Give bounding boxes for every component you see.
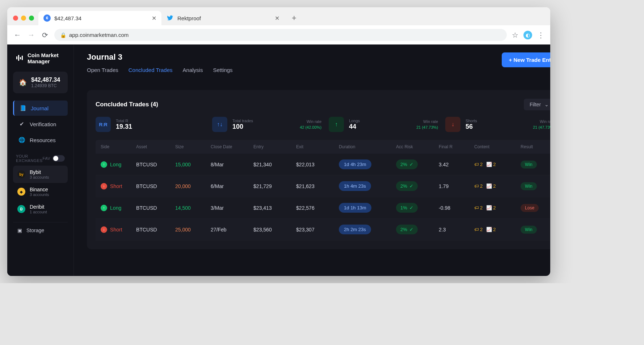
arrow-up-icon: ↑ (101, 161, 107, 168)
final-r-cell: 2.3 (439, 227, 471, 233)
journal-icon: 📘 (19, 105, 26, 111)
entry-cell: $23,413 (253, 205, 293, 211)
check-icon: ✓ (409, 205, 413, 210)
arrow-down-icon: ↓ (445, 117, 460, 132)
address-bar-row: ← → ⟳ 🔒 app.coinmarketman.com ☆ ◐ ⋮ (7, 25, 550, 44)
check-circle-icon: ✔ (18, 121, 25, 127)
side-cell: ↓ Short (101, 183, 133, 189)
brand-logo-icon (15, 54, 24, 64)
close-tab-icon[interactable]: ✕ (275, 15, 279, 22)
size-cell: 25,000 (175, 227, 208, 233)
sidebar-item-storage[interactable]: ▣ Storage (13, 222, 68, 233)
chart-icon: 📈 (486, 205, 492, 210)
forward-button[interactable]: → (27, 31, 35, 39)
stat-shorts: ↓ Shorts 56 Win rate 21 (47.73%) (445, 117, 550, 132)
stat-total-r: R:R Total R 19.31 (96, 117, 205, 132)
arrow-up-icon: ↑ (101, 205, 107, 211)
close-date-cell: 8/Mar (211, 162, 251, 167)
side-cell: ↑ Long (101, 161, 133, 168)
exchange-item-deribit[interactable]: Ð Deribit 1 account (13, 200, 68, 218)
tab-analysis[interactable]: Analysis (183, 67, 203, 75)
table-row[interactable]: ↑ Long BTCUSD 15,000 8/Mar $21,340 $22,0… (96, 154, 550, 175)
close-date-cell: 3/Mar (211, 205, 251, 211)
table-row[interactable]: ↓ Short BTCUSD 20,000 6/Mar $21,729 $21,… (96, 175, 550, 197)
favicon-twitter (167, 14, 174, 22)
col-content: Content (474, 144, 518, 149)
risk-cell: 1% ✓ (396, 203, 436, 213)
chart-icon: 📈 (486, 227, 492, 232)
browser-menu-icon[interactable]: ⋮ (537, 31, 544, 39)
arrow-down-icon: ↓ (101, 183, 107, 189)
balance-card[interactable]: 🏠 $42,487.34 1.24939 BTC (13, 72, 68, 93)
exit-cell: $21,623 (296, 183, 336, 189)
tag-icon: 🏷 (474, 162, 479, 167)
app-root: Coin Market Manager 🏠 $42,487.34 1.24939… (7, 44, 550, 276)
lock-icon: 🔒 (60, 32, 66, 38)
extension-icon[interactable]: ◐ (523, 31, 532, 39)
entry-cell: $21,729 (253, 183, 293, 189)
tab-settings[interactable]: Settings (213, 67, 232, 75)
concluded-trades-panel: Concluded Trades (4) Filter ⌄ R:R Total … (87, 90, 550, 249)
panel-header: Concluded Trades (4) Filter ⌄ (96, 99, 550, 110)
stat-longs: ↑ Longs 44 Win rate 21 (47.73%) (329, 117, 438, 132)
maximize-window-button[interactable] (29, 16, 34, 21)
col-acc-risk: Acc Risk (396, 144, 436, 149)
sidebar-item-journal[interactable]: 📘 Journal (13, 101, 68, 116)
tab-open-trades[interactable]: Open Trades (87, 67, 118, 75)
table-row[interactable]: ↓ Short BTCUSD 25,000 27/Feb $23,560 $23… (96, 219, 550, 240)
trades-table: Side Asset Size Close Date Entry Exit Du… (96, 140, 550, 240)
chart-icon: 📈 (486, 183, 492, 189)
fav-toggle[interactable]: FAV (43, 155, 65, 162)
size-cell: 20,000 (175, 183, 208, 189)
brand-text: Coin Market Manager (28, 52, 59, 64)
browser-tab-inactive[interactable]: Rektproof ✕ (161, 11, 285, 25)
table-row[interactable]: ↑ Long BTCUSD 14,500 3/Mar $23,413 $22,5… (96, 197, 550, 219)
content-cell: 🏷 2 📈 2 (474, 227, 518, 232)
browser-window: ¢ $42,487.34 ✕ Rektproof ✕ + ← → ⟳ 🔒 app… (7, 7, 550, 276)
svg-rect-1 (18, 55, 19, 61)
asset-cell: BTCUSD (136, 227, 172, 233)
tag-icon: 🏷 (474, 205, 479, 210)
entry-cell: $21,340 (253, 162, 293, 167)
minimize-window-button[interactable] (21, 16, 26, 21)
side-cell: ↑ Long (101, 205, 133, 211)
check-icon: ✓ (409, 183, 413, 189)
globe-icon: 🌐 (18, 137, 25, 143)
page-header: Journal 3 Open Trades Concluded Trades A… (87, 52, 550, 86)
panel-title: Concluded Trades (4) (96, 101, 158, 108)
col-duration: Duration (339, 144, 393, 149)
exit-cell: $22,576 (296, 205, 336, 211)
address-bar[interactable]: 🔒 app.coinmarketman.com (54, 29, 507, 41)
sidebar-item-verification[interactable]: ✔ Verification (13, 116, 68, 132)
risk-cell: 2% ✓ (396, 159, 436, 169)
new-tab-button[interactable]: + (285, 13, 304, 23)
exit-cell: $23,307 (296, 227, 336, 233)
toggle-switch[interactable] (52, 155, 65, 162)
sidebar-item-resources[interactable]: 🌐 Resources (13, 132, 68, 148)
content-cell: 🏷 2 📈 2 (474, 205, 518, 210)
reload-button[interactable]: ⟳ (41, 31, 49, 39)
exchange-item-binance[interactable]: ◆ Binance 3 accounts (13, 183, 68, 200)
tab-concluded-trades[interactable]: Concluded Trades (129, 67, 173, 75)
exchanges-section-label: YOUR EXCHANGES FAV (13, 148, 68, 166)
asset-cell: BTCUSD (136, 162, 172, 167)
final-r-cell: 3.42 (439, 162, 471, 167)
result-cell: Win (521, 161, 550, 169)
stat-total-trades: ↑↓ Total trades 100 Win rate 42 (42.00%) (212, 117, 321, 132)
asset-cell: BTCUSD (136, 205, 172, 211)
close-tab-icon[interactable]: ✕ (152, 15, 156, 22)
sidebar-item-label: Journal (31, 105, 49, 111)
url-text: app.coinmarketman.com (69, 32, 129, 38)
window-controls (12, 16, 38, 21)
back-button[interactable]: ← (13, 31, 22, 39)
exchange-item-bybit[interactable]: by Bybit 3 accounts (13, 166, 68, 183)
close-window-button[interactable] (13, 16, 18, 21)
new-trade-entry-button[interactable]: + New Trade Entry (502, 52, 550, 67)
bookmark-icon[interactable]: ☆ (512, 31, 518, 39)
check-icon: ✓ (409, 162, 413, 167)
filter-button[interactable]: Filter ⌄ (524, 99, 550, 110)
svg-rect-0 (16, 56, 17, 59)
sidebar-item-label: Verification (30, 121, 56, 127)
browser-tab-active[interactable]: ¢ $42,487.34 ✕ (38, 11, 161, 25)
chart-icon: 📈 (486, 162, 492, 167)
